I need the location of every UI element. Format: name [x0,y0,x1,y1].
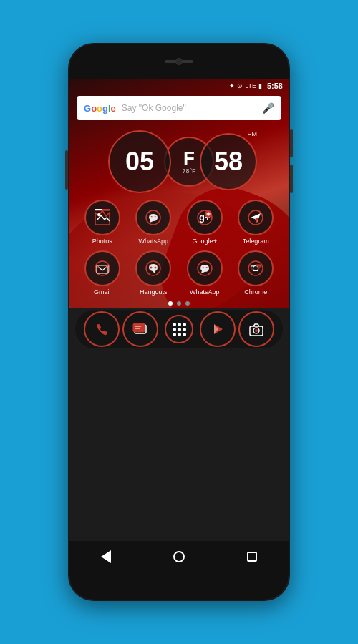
chrome-label: Chrome [244,288,267,296]
search-input[interactable]: Say "Ok Google" [122,103,262,113]
page-indicators [69,298,289,308]
dock-play[interactable] [198,311,237,347]
app-gplus[interactable]: g+ Google+ [183,200,226,245]
phone-screen: ✦ ⊙ LTE ▮ 5:58 Google Say "Ok Google" 🎤 … [69,44,289,600]
gplus-icon: g+ [194,207,216,228]
hangouts-icon [142,258,164,279]
play-icon-circle [200,311,236,347]
page-dot-3 [185,301,190,306]
microphone-icon[interactable]: 🎤 [262,102,274,114]
period-label: PM [248,130,258,137]
gmail-icon [92,258,113,279]
status-icons: ✦ ⊙ LTE ▮ 5:58 [229,82,283,90]
status-time: 5:58 [267,82,283,90]
svg-point-14 [253,266,258,270]
gmail-label: Gmail [94,288,111,296]
phone-icon [91,318,112,340]
svg-point-9 [150,267,153,269]
screen-content: ✦ ⊙ LTE ▮ 5:58 Google Say "Ok Google" 🎤 … [69,79,289,572]
app-whatsapp-2[interactable]: WhatsApp [183,250,226,296]
photos-icon-circle [84,200,120,235]
dock-camera[interactable] [237,311,276,347]
svg-point-21 [255,329,258,332]
app-hangouts[interactable]: Hangouts [132,250,175,296]
search-bar[interactable]: Google Say "Ok Google" 🎤 [77,96,281,120]
front-camera [175,58,183,65]
chrome-icon [245,258,266,279]
minute-circle: PM 58 [200,133,257,190]
whatsapp-label-1: WhatsApp [138,238,168,245]
messages-icon-circle [122,311,158,347]
power-button[interactable] [65,150,68,190]
page-dot-2 [177,301,181,306]
app-drawer-icon [173,323,186,336]
home-icon [173,551,185,562]
camera-icon-circle [238,311,274,347]
telegram-label: Telegram [243,238,269,245]
navigation-bar [69,541,289,572]
clock-widget: 05 F 78°F PM 58 [69,123,289,197]
temperature-value: 78°F [182,167,195,175]
back-icon [101,550,111,563]
app-gmail[interactable]: Gmail [81,250,124,296]
svg-point-0 [97,213,100,216]
recents-button[interactable] [241,546,263,567]
clock-minute: 58 [214,149,243,175]
whatsapp-icon-2 [194,258,216,279]
gmail-icon-circle [84,250,120,286]
app-chrome[interactable]: Chrome [234,250,277,296]
bottom-bezel [69,572,289,600]
lte-indicator: LTE [245,82,256,89]
app-photos[interactable]: Photos [81,200,124,245]
page-dot-1 [168,301,173,306]
play-icon [207,318,228,340]
volume-down-button[interactable] [290,165,293,193]
camera-icon [246,318,267,340]
telegram-icon-circle [238,200,274,235]
top-bezel [69,44,289,79]
app-drawer-button[interactable] [165,315,193,343]
app-grid: Photos WhatsApp [69,197,289,541]
hangouts-icon-circle [135,250,171,286]
weather-condition: F [183,149,195,167]
whatsapp-icon-1 [142,207,164,228]
whatsapp-icon-circle-2 [187,250,223,286]
chrome-icon-circle [238,250,274,286]
google-logo: Google [84,103,116,114]
dock-messages[interactable] [121,311,160,347]
dock-phone[interactable] [82,311,121,347]
whatsapp-icon-circle-1 [135,200,171,235]
photos-icon [92,207,113,228]
svg-point-10 [155,267,157,269]
phone-frame: ✦ ⊙ LTE ▮ 5:58 Google Say "Ok Google" 🎤 … [68,43,290,601]
dock-app-drawer[interactable] [160,315,198,343]
recents-icon [247,552,257,562]
gplus-label: Google+ [193,238,217,245]
back-button[interactable] [95,546,117,567]
phone-icon-circle [84,311,120,347]
messages-icon [130,318,151,340]
dock [75,310,283,348]
app-row-1: Photos WhatsApp [69,197,289,248]
photos-label: Photos [92,238,112,245]
battery-icon: ▮ [258,82,262,89]
svg-rect-16 [133,323,145,332]
bluetooth-icon: ✦ [229,82,235,89]
app-whatsapp-1[interactable]: WhatsApp [132,200,175,245]
volume-up-button[interactable] [290,129,293,157]
alarm-icon: ⊙ [237,82,243,89]
home-button[interactable] [168,546,190,567]
hangouts-label: Hangouts [140,288,168,296]
app-row-2: Gmail Hangouts [69,248,289,298]
hour-circle: 05 [108,130,171,193]
status-bar: ✦ ⊙ LTE ▮ 5:58 [69,79,289,93]
telegram-icon [245,207,266,228]
whatsapp-label-2: WhatsApp [190,288,220,296]
app-telegram[interactable]: Telegram [234,200,277,245]
clock-hour: 05 [125,149,154,175]
gplus-icon-circle: g+ [187,200,223,235]
